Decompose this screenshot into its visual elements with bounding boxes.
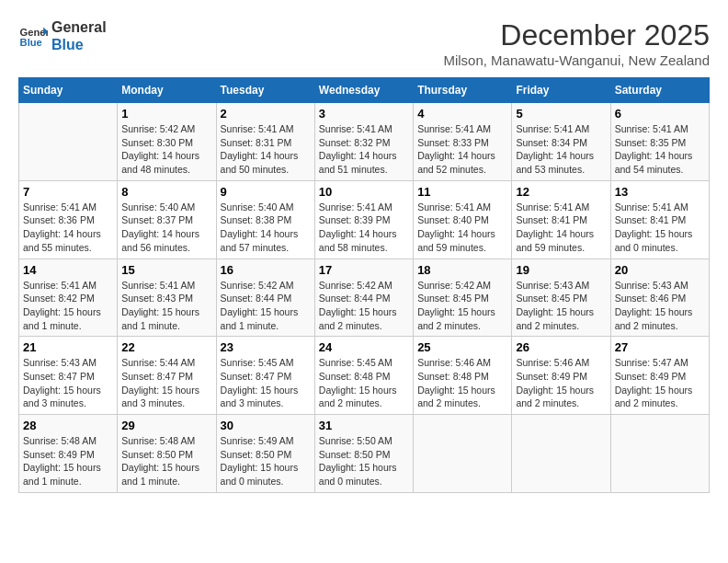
calendar-cell: 24Sunrise: 5:45 AMSunset: 8:48 PMDayligh…: [314, 337, 413, 415]
day-info: Sunrise: 5:41 AMSunset: 8:42 PMDaylight:…: [23, 279, 113, 333]
day-number: 17: [319, 263, 409, 277]
header-row: SundayMondayTuesdayWednesdayThursdayFrid…: [19, 78, 710, 103]
header-wednesday: Wednesday: [314, 78, 413, 103]
calendar-cell: 4Sunrise: 5:41 AMSunset: 8:33 PMDaylight…: [414, 103, 512, 181]
day-info: Sunrise: 5:41 AMSunset: 8:40 PMDaylight:…: [417, 201, 507, 255]
day-number: 27: [615, 340, 705, 354]
calendar-cell: 29Sunrise: 5:48 AMSunset: 8:50 PMDayligh…: [118, 415, 216, 493]
day-number: 30: [221, 419, 311, 432]
day-info: Sunrise: 5:42 AMSunset: 8:44 PMDaylight:…: [221, 279, 311, 333]
day-info: Sunrise: 5:41 AMSunset: 8:32 PMDaylight:…: [319, 122, 409, 177]
day-info: Sunrise: 5:41 AMSunset: 8:41 PMDaylight:…: [516, 201, 606, 255]
day-number: 4: [417, 107, 507, 121]
day-number: 2: [221, 107, 311, 121]
calendar-cell: 5Sunrise: 5:41 AMSunset: 8:34 PMDaylight…: [512, 103, 610, 181]
day-number: 19: [516, 263, 606, 277]
calendar-cell: 12Sunrise: 5:41 AMSunset: 8:41 PMDayligh…: [512, 180, 610, 259]
calendar-cell: 2Sunrise: 5:41 AMSunset: 8:31 PMDaylight…: [216, 103, 314, 181]
calendar-cell: 31Sunrise: 5:50 AMSunset: 8:50 PMDayligh…: [314, 415, 413, 493]
calendar-cell: 30Sunrise: 5:49 AMSunset: 8:50 PMDayligh…: [216, 415, 314, 493]
day-number: 13: [615, 185, 705, 199]
day-info: Sunrise: 5:42 AMSunset: 8:30 PMDaylight:…: [121, 122, 211, 177]
day-info: Sunrise: 5:43 AMSunset: 8:45 PMDaylight:…: [516, 279, 606, 333]
main-title: December 2025: [443, 18, 710, 52]
calendar-cell: [512, 415, 610, 493]
calendar-table: SundayMondayTuesdayWednesdayThursdayFrid…: [18, 77, 710, 493]
header-thursday: Thursday: [414, 78, 512, 103]
logo: General Blue General Blue: [18, 18, 107, 53]
title-area: December 2025 Milson, Manawatu-Wanganui,…: [443, 18, 710, 68]
day-number: 15: [121, 263, 211, 277]
day-number: 22: [121, 340, 211, 354]
calendar-cell: 16Sunrise: 5:42 AMSunset: 8:44 PMDayligh…: [216, 259, 314, 337]
day-number: 12: [516, 185, 606, 199]
day-info: Sunrise: 5:48 AMSunset: 8:49 PMDaylight:…: [23, 434, 113, 488]
day-number: 18: [417, 263, 507, 277]
calendar-cell: 28Sunrise: 5:48 AMSunset: 8:49 PMDayligh…: [19, 415, 118, 493]
day-info: Sunrise: 5:41 AMSunset: 8:43 PMDaylight:…: [121, 279, 211, 333]
header-monday: Monday: [118, 78, 216, 103]
day-info: Sunrise: 5:48 AMSunset: 8:50 PMDaylight:…: [121, 434, 211, 488]
calendar-cell: 22Sunrise: 5:44 AMSunset: 8:47 PMDayligh…: [118, 337, 216, 415]
day-number: 7: [23, 185, 113, 199]
day-info: Sunrise: 5:49 AMSunset: 8:50 PMDaylight:…: [221, 434, 311, 488]
calendar-cell: 17Sunrise: 5:42 AMSunset: 8:44 PMDayligh…: [314, 259, 413, 337]
week-row-5: 28Sunrise: 5:48 AMSunset: 8:49 PMDayligh…: [19, 415, 710, 493]
day-info: Sunrise: 5:42 AMSunset: 8:44 PMDaylight:…: [319, 279, 409, 333]
day-info: Sunrise: 5:43 AMSunset: 8:47 PMDaylight:…: [23, 356, 113, 410]
day-info: Sunrise: 5:41 AMSunset: 8:34 PMDaylight:…: [516, 122, 606, 177]
subtitle: Milson, Manawatu-Wanganui, New Zealand: [443, 52, 710, 68]
week-row-4: 21Sunrise: 5:43 AMSunset: 8:47 PMDayligh…: [19, 337, 710, 415]
day-number: 28: [23, 419, 113, 432]
day-number: 14: [23, 263, 113, 277]
calendar-cell: 26Sunrise: 5:46 AMSunset: 8:49 PMDayligh…: [512, 337, 610, 415]
calendar-cell: 25Sunrise: 5:46 AMSunset: 8:48 PMDayligh…: [414, 337, 512, 415]
logo-general: General: [51, 18, 107, 36]
calendar-header: SundayMondayTuesdayWednesdayThursdayFrid…: [19, 78, 710, 103]
calendar-cell: 9Sunrise: 5:40 AMSunset: 8:38 PMDaylight…: [216, 180, 314, 259]
calendar-cell: 8Sunrise: 5:40 AMSunset: 8:37 PMDaylight…: [118, 180, 216, 259]
day-number: 26: [516, 340, 606, 354]
calendar-cell: 15Sunrise: 5:41 AMSunset: 8:43 PMDayligh…: [118, 259, 216, 337]
day-number: 1: [121, 107, 211, 121]
calendar-cell: 11Sunrise: 5:41 AMSunset: 8:40 PMDayligh…: [414, 180, 512, 259]
week-row-3: 14Sunrise: 5:41 AMSunset: 8:42 PMDayligh…: [19, 259, 710, 337]
day-number: 16: [221, 263, 311, 277]
header-tuesday: Tuesday: [216, 78, 314, 103]
day-number: 10: [319, 185, 409, 199]
calendar-cell: 21Sunrise: 5:43 AMSunset: 8:47 PMDayligh…: [19, 337, 118, 415]
calendar-body: 1Sunrise: 5:42 AMSunset: 8:30 PMDaylight…: [19, 103, 710, 493]
calendar-cell: 1Sunrise: 5:42 AMSunset: 8:30 PMDaylight…: [118, 103, 216, 181]
calendar-cell: [414, 415, 512, 493]
svg-text:Blue: Blue: [20, 37, 42, 48]
day-number: 31: [319, 419, 409, 432]
calendar-cell: 6Sunrise: 5:41 AMSunset: 8:35 PMDaylight…: [610, 103, 709, 181]
calendar-cell: [610, 415, 709, 493]
day-info: Sunrise: 5:41 AMSunset: 8:33 PMDaylight:…: [417, 122, 507, 177]
day-info: Sunrise: 5:43 AMSunset: 8:46 PMDaylight:…: [615, 279, 705, 333]
calendar-cell: 10Sunrise: 5:41 AMSunset: 8:39 PMDayligh…: [314, 180, 413, 259]
calendar-cell: 23Sunrise: 5:45 AMSunset: 8:47 PMDayligh…: [216, 337, 314, 415]
day-info: Sunrise: 5:46 AMSunset: 8:48 PMDaylight:…: [417, 356, 507, 410]
day-number: 9: [221, 185, 311, 199]
day-number: 21: [23, 340, 113, 354]
calendar-cell: [19, 103, 118, 181]
day-info: Sunrise: 5:45 AMSunset: 8:48 PMDaylight:…: [319, 356, 409, 410]
day-info: Sunrise: 5:50 AMSunset: 8:50 PMDaylight:…: [319, 434, 409, 488]
week-row-1: 1Sunrise: 5:42 AMSunset: 8:30 PMDaylight…: [19, 103, 710, 181]
day-number: 3: [319, 107, 409, 121]
logo-blue: Blue: [51, 36, 107, 53]
day-info: Sunrise: 5:40 AMSunset: 8:37 PMDaylight:…: [121, 201, 211, 255]
day-number: 25: [417, 340, 507, 354]
day-info: Sunrise: 5:41 AMSunset: 8:31 PMDaylight:…: [221, 122, 311, 177]
day-info: Sunrise: 5:45 AMSunset: 8:47 PMDaylight:…: [221, 356, 311, 410]
calendar-cell: 20Sunrise: 5:43 AMSunset: 8:46 PMDayligh…: [610, 259, 709, 337]
day-info: Sunrise: 5:41 AMSunset: 8:35 PMDaylight:…: [615, 122, 705, 177]
day-info: Sunrise: 5:44 AMSunset: 8:47 PMDaylight:…: [121, 356, 211, 410]
day-number: 24: [319, 340, 409, 354]
calendar-cell: 18Sunrise: 5:42 AMSunset: 8:45 PMDayligh…: [414, 259, 512, 337]
day-info: Sunrise: 5:41 AMSunset: 8:36 PMDaylight:…: [23, 201, 113, 255]
day-info: Sunrise: 5:42 AMSunset: 8:45 PMDaylight:…: [417, 279, 507, 333]
calendar-cell: 13Sunrise: 5:41 AMSunset: 8:41 PMDayligh…: [610, 180, 709, 259]
day-number: 29: [121, 419, 211, 432]
